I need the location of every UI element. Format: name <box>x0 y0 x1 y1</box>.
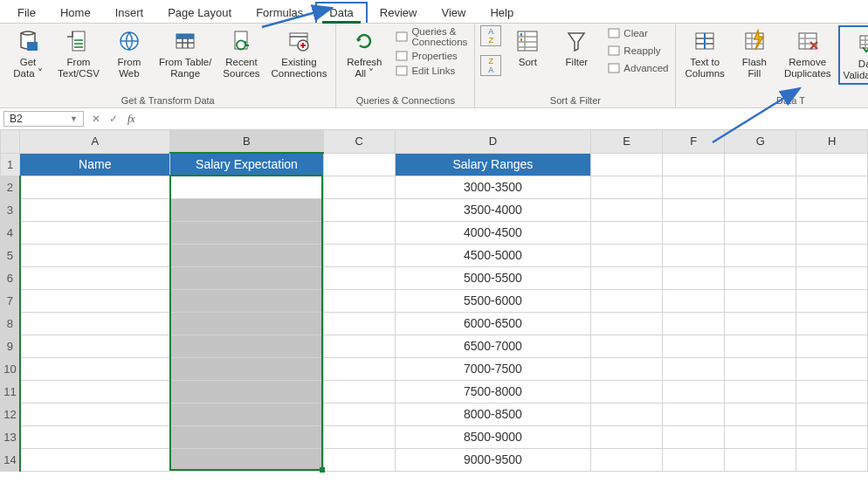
cell-C3[interactable] <box>323 198 395 221</box>
cell-A1[interactable]: Name <box>20 153 170 176</box>
cell-A10[interactable] <box>20 357 170 380</box>
row-header[interactable]: 10 <box>1 357 20 380</box>
row-header[interactable]: 12 <box>1 403 20 425</box>
cell-E7[interactable] <box>591 289 663 312</box>
cell-C8[interactable] <box>323 312 395 335</box>
cell-C2[interactable] <box>323 176 395 198</box>
cell-C7[interactable] <box>323 289 395 312</box>
cell-E8[interactable] <box>591 312 663 335</box>
cell-B14[interactable] <box>170 448 324 471</box>
cell-F5[interactable] <box>662 244 725 266</box>
cell-A5[interactable] <box>20 244 170 266</box>
select-all-corner[interactable] <box>1 130 20 153</box>
cell-D5[interactable]: 4500-5000 <box>395 244 591 266</box>
cell-B12[interactable] <box>170 403 324 425</box>
cell-E6[interactable] <box>591 266 663 289</box>
cell-D10[interactable]: 7000-7500 <box>395 357 591 380</box>
edit-links-button[interactable]: Edit Links <box>394 64 469 78</box>
cell-E9[interactable] <box>591 335 663 357</box>
tab-file[interactable]: File <box>5 3 48 23</box>
cell-C13[interactable] <box>323 425 395 448</box>
cell-B13[interactable] <box>170 425 324 448</box>
cell-G5[interactable] <box>725 244 796 266</box>
cell-A3[interactable] <box>20 198 170 221</box>
cell-G2[interactable] <box>725 176 796 198</box>
row-header[interactable]: 13 <box>1 425 20 448</box>
cell-C5[interactable] <box>323 244 395 266</box>
cell-C9[interactable] <box>323 335 395 357</box>
remove-duplicates-button[interactable]: Remove Duplicates <box>781 25 835 81</box>
cell-C14[interactable] <box>323 448 395 471</box>
cell-E4[interactable] <box>591 221 663 244</box>
formula-input[interactable] <box>141 111 868 127</box>
cell-H12[interactable] <box>796 403 868 425</box>
col-header-C[interactable]: C <box>323 130 395 153</box>
cell-C6[interactable] <box>323 266 395 289</box>
filter-button[interactable]: Filter <box>554 25 599 70</box>
col-header-D[interactable]: D <box>395 130 591 153</box>
advanced-button[interactable]: Advanced <box>606 61 670 75</box>
cell-H13[interactable] <box>796 425 868 448</box>
worksheet-grid[interactable]: ABCDEFGH1NameSalary ExpectationSalary Ra… <box>0 130 868 472</box>
cell-G6[interactable] <box>725 266 796 289</box>
col-header-E[interactable]: E <box>591 130 663 153</box>
cell-B7[interactable] <box>170 289 324 312</box>
cell-G7[interactable] <box>725 289 796 312</box>
cell-F1[interactable] <box>662 153 725 176</box>
tab-page-layout[interactable]: Page Layout <box>155 3 244 23</box>
cell-D13[interactable]: 8500-9000 <box>395 425 591 448</box>
name-box[interactable]: B2 ▼ <box>3 111 84 127</box>
tab-view[interactable]: View <box>429 3 478 23</box>
cell-A7[interactable] <box>20 289 170 312</box>
row-header[interactable]: 9 <box>1 335 20 357</box>
cell-A4[interactable] <box>20 221 170 244</box>
col-header-G[interactable]: G <box>725 130 796 153</box>
row-header[interactable]: 14 <box>1 448 20 471</box>
cell-A14[interactable] <box>20 448 170 471</box>
cell-B9[interactable] <box>170 335 324 357</box>
row-header[interactable]: 3 <box>1 198 20 221</box>
clear-button[interactable]: Clear <box>606 26 670 40</box>
queries-connections-button[interactable]: Queries & Connections <box>394 25 469 48</box>
cell-B3[interactable] <box>170 198 324 221</box>
cell-A2[interactable] <box>20 176 170 198</box>
cell-A11[interactable] <box>20 380 170 403</box>
cell-E11[interactable] <box>591 380 663 403</box>
row-header[interactable]: 6 <box>1 266 20 289</box>
from-text-csv-button[interactable]: From Text/CSV <box>54 25 103 81</box>
cell-D12[interactable]: 8000-8500 <box>395 403 591 425</box>
cell-B8[interactable] <box>170 312 324 335</box>
cell-D2[interactable]: 3000-3500 <box>395 176 591 198</box>
col-header-A[interactable]: A <box>20 130 170 153</box>
cell-G8[interactable] <box>725 312 796 335</box>
cell-A6[interactable] <box>20 266 170 289</box>
cell-A9[interactable] <box>20 335 170 357</box>
cell-D9[interactable]: 6500-7000 <box>395 335 591 357</box>
cell-A8[interactable] <box>20 312 170 335</box>
cell-B2[interactable] <box>170 176 324 198</box>
cell-H6[interactable] <box>796 266 868 289</box>
sort-button[interactable]: Sort <box>505 25 550 70</box>
data-validation-button[interactable]: Data Validation ˅ <box>838 25 868 85</box>
cell-F9[interactable] <box>662 335 725 357</box>
cell-G11[interactable] <box>725 380 796 403</box>
cell-H14[interactable] <box>796 448 868 471</box>
cell-H1[interactable] <box>796 153 868 176</box>
cell-B4[interactable] <box>170 221 324 244</box>
row-header[interactable]: 1 <box>1 153 20 176</box>
cell-H5[interactable] <box>796 244 868 266</box>
reapply-button[interactable]: Reapply <box>606 44 670 58</box>
cell-F12[interactable] <box>662 403 725 425</box>
cell-E10[interactable] <box>591 357 663 380</box>
row-header[interactable]: 5 <box>1 244 20 266</box>
cell-F8[interactable] <box>662 312 725 335</box>
tab-review[interactable]: Review <box>368 3 430 23</box>
cell-E3[interactable] <box>591 198 663 221</box>
cell-B6[interactable] <box>170 266 324 289</box>
row-header[interactable]: 7 <box>1 289 20 312</box>
col-header-B[interactable]: B <box>170 130 324 153</box>
accept-formula-icon[interactable]: ✓ <box>105 113 122 125</box>
cell-D14[interactable]: 9000-9500 <box>395 448 591 471</box>
cell-F4[interactable] <box>662 221 725 244</box>
cell-D8[interactable]: 6000-6500 <box>395 312 591 335</box>
